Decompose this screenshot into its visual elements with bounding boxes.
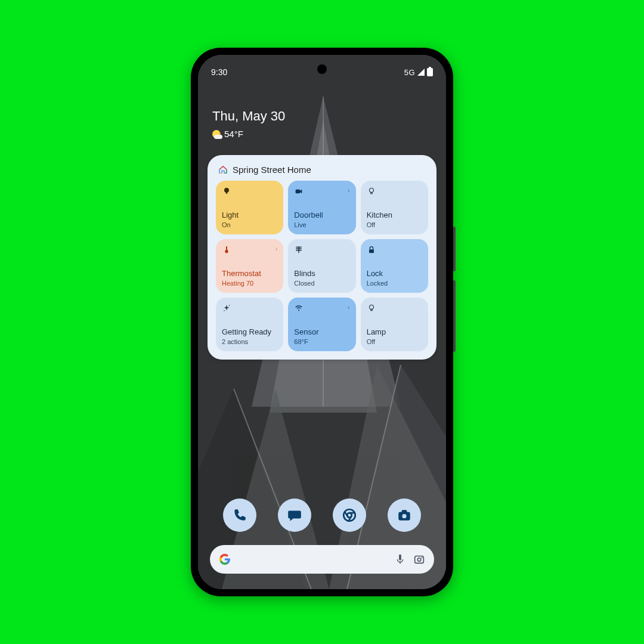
- tile-status: Locked: [367, 280, 422, 287]
- search-bar[interactable]: [210, 545, 434, 574]
- videocam-icon: [294, 187, 304, 196]
- widget-header[interactable]: Spring Street Home: [216, 163, 428, 181]
- tile-status: Heating 70: [222, 280, 277, 287]
- phone-app[interactable]: [223, 499, 256, 532]
- google-home-icon: [218, 165, 228, 175]
- lock-icon: [367, 245, 376, 255]
- tile-name: Lamp: [367, 328, 422, 337]
- tile-name: Sensor: [294, 328, 349, 337]
- app-dock: [198, 499, 446, 532]
- camera-app[interactable]: [388, 499, 421, 532]
- battery-icon: [427, 68, 433, 76]
- mic-icon: [394, 553, 407, 566]
- chevron-right-icon: ›: [348, 304, 350, 311]
- messages-app[interactable]: [278, 499, 311, 532]
- wifi-icon: [294, 304, 304, 313]
- sparkle-icon: [222, 304, 231, 313]
- tile-lock[interactable]: LockLocked: [361, 239, 428, 293]
- bulb-outline-icon: [367, 304, 376, 313]
- tile-kitchen[interactable]: KitchenOff: [361, 181, 428, 234]
- tile-light[interactable]: LightOn: [216, 181, 283, 234]
- blinds-icon: [294, 245, 304, 255]
- tile-name: Light: [222, 211, 277, 220]
- chrome-app[interactable]: [333, 499, 366, 532]
- temperature-label: 54°F: [224, 129, 243, 139]
- google-g-icon: [218, 553, 231, 566]
- tile-doorbell[interactable]: ›DoorbellLive: [288, 181, 355, 234]
- phone-screen: 9:30 5G Thu, May 30 54°F Spring Street H…: [198, 55, 446, 589]
- messages-icon: [287, 507, 302, 523]
- lens-button[interactable]: [413, 553, 426, 566]
- tile-blinds[interactable]: BlindsClosed: [288, 239, 355, 293]
- tile-lamp[interactable]: LampOff: [361, 298, 428, 351]
- tile-status: 68°F: [294, 338, 349, 345]
- status-time: 9:30: [211, 67, 227, 77]
- tile-status: Off: [367, 221, 422, 228]
- tile-name: Thermostat: [222, 270, 277, 278]
- tile-status: On: [222, 221, 277, 228]
- phone-icon: [232, 507, 247, 523]
- tile-grid: LightOn›DoorbellLiveKitchenOff›Thermosta…: [216, 181, 428, 351]
- tile-name: Blinds: [294, 270, 349, 278]
- phone-frame: 9:30 5G Thu, May 30 54°F Spring Street H…: [191, 48, 453, 596]
- tile-status: 2 actions: [222, 338, 277, 345]
- mic-button[interactable]: [394, 553, 407, 566]
- date-weather-widget[interactable]: Thu, May 30 54°F: [212, 109, 285, 139]
- tile-sensor[interactable]: ›Sensor68°F: [288, 298, 355, 351]
- home-control-widget: Spring Street Home LightOn›DoorbellLiveK…: [208, 155, 436, 360]
- tile-name: Lock: [367, 270, 422, 278]
- tile-name: Kitchen: [367, 211, 422, 220]
- signal-icon: [417, 69, 425, 76]
- camera-hole: [317, 64, 327, 74]
- thermo-icon: [222, 245, 231, 255]
- camera-icon: [397, 507, 412, 523]
- widget-title: Spring Street Home: [233, 165, 311, 175]
- lens-icon: [413, 553, 426, 566]
- tile-status: Live: [294, 221, 349, 228]
- tile-status: Closed: [294, 280, 349, 287]
- date-label: Thu, May 30: [212, 109, 285, 124]
- chevron-right-icon: ›: [348, 187, 350, 194]
- tile-name: Getting Ready: [222, 328, 277, 337]
- bulb-outline-icon: [367, 187, 376, 196]
- weather-icon: [212, 130, 221, 138]
- chrome-icon: [342, 507, 357, 523]
- tile-status: Off: [367, 338, 422, 345]
- network-label: 5G: [404, 68, 415, 77]
- chevron-right-icon: ›: [275, 246, 278, 252]
- tile-thermostat[interactable]: ›ThermostatHeating 70: [216, 239, 283, 293]
- tile-getting-ready[interactable]: Getting Ready2 actions: [216, 298, 283, 351]
- bulb-icon: [222, 187, 231, 196]
- tile-name: Doorbell: [294, 211, 349, 220]
